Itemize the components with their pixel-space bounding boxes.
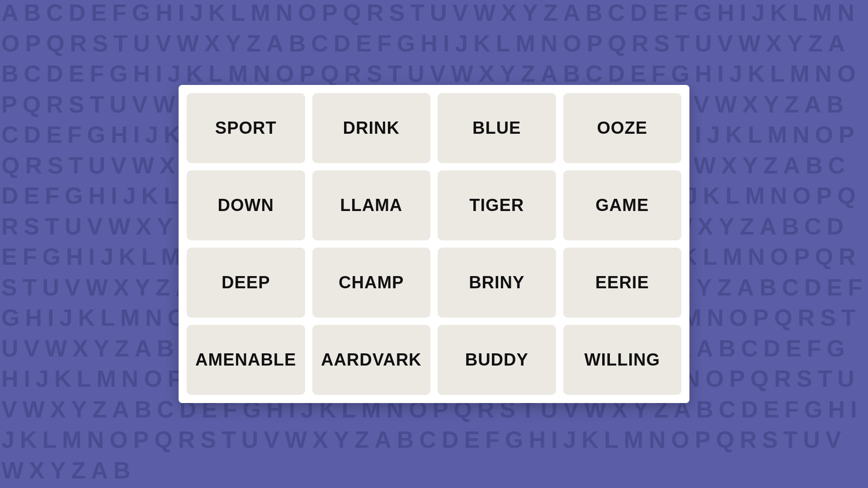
bg-letter: J: [58, 305, 76, 336]
bg-letter: V: [451, 0, 472, 31]
bg-letter: W: [737, 31, 764, 61]
bg-letter: S: [0, 275, 21, 305]
bg-letter: O: [670, 427, 693, 458]
bg-letter: R: [45, 92, 67, 122]
bg-letter: A: [0, 0, 23, 31]
bg-letter: J: [0, 427, 19, 458]
bg-letter: C: [803, 214, 826, 244]
bg-letter: Z: [542, 0, 562, 31]
bg-letter: K: [76, 305, 99, 336]
bg-letter: D: [762, 336, 785, 366]
word-card-tiger[interactable]: TIGER: [438, 170, 556, 240]
word-card-aardvark[interactable]: AARDVARK: [312, 325, 431, 395]
bg-letter: M: [514, 31, 539, 61]
bg-letter: I: [46, 305, 58, 336]
word-card-drink[interactable]: DRINK: [312, 93, 431, 163]
bg-letter: R: [837, 244, 860, 275]
bg-letter: G: [63, 183, 87, 214]
bg-letter: K: [53, 366, 75, 397]
bg-letter: A: [736, 275, 758, 305]
word-card-willing[interactable]: WILLING: [563, 325, 682, 395]
bg-letter: U: [836, 366, 859, 397]
bg-letter: J: [728, 61, 746, 92]
bg-letter: A: [758, 214, 781, 244]
bg-letter: V: [692, 92, 713, 122]
word-card-down[interactable]: DOWN: [187, 170, 305, 240]
bg-letter: G: [108, 61, 132, 92]
bg-letter: M: [744, 183, 769, 214]
bg-letter: V: [0, 397, 21, 427]
bg-letter: S: [46, 153, 67, 183]
bg-letter: I: [132, 122, 144, 153]
bg-letter: M: [722, 244, 746, 275]
bg-letter: M: [623, 427, 647, 458]
word-card-deep[interactable]: DEEP: [187, 248, 305, 318]
bg-letter: Y: [49, 458, 70, 488]
bg-letter: X: [764, 31, 786, 61]
bg-letter: K: [702, 183, 724, 214]
bg-letter: K: [746, 61, 769, 92]
bg-letter: Q: [836, 183, 859, 214]
bg-letter: U: [63, 214, 86, 244]
word-card-llama[interactable]: LLAMA: [312, 170, 431, 240]
bg-letter: X: [500, 0, 521, 31]
bg-letter: O: [728, 305, 751, 336]
bg-letter: T: [816, 366, 836, 397]
bg-letter: N: [647, 427, 670, 458]
bg-letter: Y: [695, 275, 716, 305]
word-card-blue[interactable]: BLUE: [438, 93, 556, 163]
bg-letter: I: [738, 0, 750, 31]
bg-letter: B: [584, 0, 607, 31]
bg-letter: J: [189, 0, 207, 31]
bg-letter: X: [28, 458, 49, 488]
bg-letter: Q: [749, 366, 773, 397]
bg-letter: H: [154, 0, 177, 31]
bg-letter: O: [108, 427, 132, 458]
bg-letter: W: [43, 336, 71, 366]
bg-letter: B: [804, 153, 827, 183]
bg-letter: X: [720, 153, 741, 183]
bg-letter: C: [607, 0, 629, 31]
word-card-eerie[interactable]: EERIE: [563, 248, 682, 318]
word-card-amenable[interactable]: AMENABLE: [187, 325, 305, 395]
bg-letter: J: [121, 183, 140, 214]
bg-letter: C: [826, 153, 849, 183]
bg-letter: P: [585, 31, 607, 61]
word-card-buddy[interactable]: BUDDY: [438, 325, 556, 395]
word-card-champ[interactable]: CHAMP: [312, 248, 431, 318]
bg-letter: B: [780, 214, 803, 244]
bg-letter: P: [728, 366, 749, 397]
bg-letter: S: [653, 31, 674, 61]
bg-letter: N: [274, 0, 297, 31]
bg-letter: P: [793, 244, 814, 275]
word-label-drink: DRINK: [343, 118, 400, 138]
bg-letter: G: [826, 336, 849, 366]
bg-letter: F: [111, 0, 131, 31]
bg-letter: T: [43, 214, 63, 244]
bg-letter: L: [99, 305, 119, 336]
bg-letter: W: [131, 153, 158, 183]
bg-letter: K: [140, 183, 162, 214]
bg-letter: H: [87, 183, 109, 214]
bg-letter: M: [95, 366, 120, 397]
word-label-tiger: TIGER: [469, 196, 524, 215]
bg-letter: V: [262, 427, 283, 458]
bg-letter: E: [90, 0, 111, 31]
bg-letter: Y: [156, 214, 177, 244]
bg-letter: F: [376, 31, 396, 61]
word-card-ooze[interactable]: OOZE: [563, 93, 682, 163]
word-card-game[interactable]: GAME: [563, 170, 682, 240]
word-label-deep: DEEP: [222, 273, 270, 292]
word-card-sport[interactable]: SPORT: [187, 93, 305, 163]
bg-letter: X: [311, 427, 332, 458]
bg-letter: F: [672, 0, 692, 31]
bg-letter: J: [453, 31, 472, 61]
bg-letter: U: [429, 0, 451, 31]
bg-letter: H: [132, 61, 155, 92]
bg-letter: V: [63, 275, 85, 305]
bg-letter: T: [674, 31, 693, 61]
word-card-briny[interactable]: BRINY: [438, 248, 556, 318]
bg-letter: W: [0, 458, 28, 488]
bg-letter: X: [71, 336, 92, 366]
bg-letter: E: [67, 61, 89, 92]
